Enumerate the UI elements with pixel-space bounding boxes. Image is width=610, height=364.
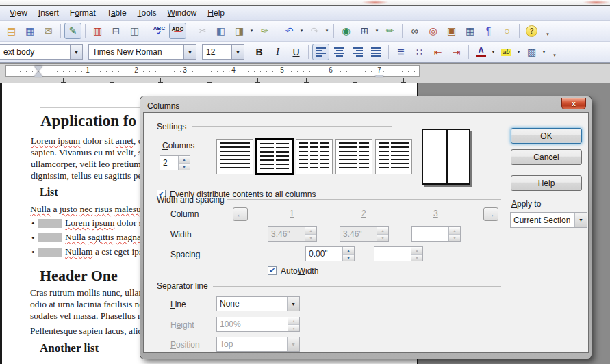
font-size-combo[interactable]: 12 ▼ [202, 44, 244, 60]
edit-file-icon[interactable]: ✎ [64, 23, 81, 39]
autospellcheck-icon[interactable]: ABC~~~ [169, 23, 186, 39]
background-color-icon[interactable]: ▧ [523, 44, 540, 60]
next-column-icon[interactable]: → [483, 207, 498, 221]
toolbar-overflow-icon[interactable]: ▾ [550, 44, 559, 60]
menu-insert[interactable]: Insert [33, 7, 64, 19]
toolbar-overflow-icon[interactable]: ▾ [544, 23, 552, 38]
close-icon[interactable]: x [561, 98, 586, 109]
ruler-number: 2 [132, 66, 140, 75]
column-number-1[interactable]: 1 [290, 209, 294, 218]
hyperlink-icon[interactable]: ◉ [338, 23, 355, 39]
font-color-icon-dropdown[interactable]: ▾ [490, 44, 496, 60]
menu-view[interactable]: View [4, 7, 33, 19]
preset-two-columns[interactable] [256, 139, 293, 174]
width-spacing-group-label: Width and spacing [157, 195, 225, 205]
navigator-icon[interactable]: ◎ [424, 23, 442, 39]
chevron-down-icon[interactable]: ▼ [183, 45, 196, 59]
preset-two-columns-wide-left[interactable] [335, 139, 372, 174]
menu-table[interactable]: Table [101, 7, 132, 19]
columns-preview [422, 129, 470, 185]
font-name-combo[interactable]: Times New Roman ▼ [88, 44, 196, 60]
spacing-1-value: 0.00" [309, 249, 328, 259]
export-pdf-icon[interactable]: ▥ [89, 23, 106, 39]
toolbar-separator [190, 24, 190, 38]
ok-button[interactable]: OK [511, 128, 582, 144]
toolbar-separator [388, 45, 389, 59]
table-icon[interactable]: ⊞ [356, 23, 373, 39]
copy-icon[interactable]: ◧ [212, 23, 229, 39]
save-icon[interactable]: ▦ [21, 23, 38, 39]
page-preview-icon[interactable]: ◫ [126, 23, 143, 39]
spacing-1-spinner[interactable]: 0.00" ▴▾ [305, 246, 355, 261]
horizontal-ruler[interactable]: 1234567 [0, 64, 610, 83]
first-line-indent-marker[interactable] [34, 66, 42, 71]
spinner-arrows-icon[interactable]: ▴▾ [342, 247, 354, 261]
chevron-down-icon[interactable]: ▼ [287, 297, 299, 311]
align-left-icon[interactable] [312, 44, 329, 60]
increase-indent-icon[interactable]: ⇥ [448, 44, 465, 60]
spinner-arrows-icon: ▴▾ [288, 317, 299, 331]
columns-count-spinner[interactable]: 2 ▴▾ [160, 155, 190, 170]
chevron-down-icon[interactable]: ▼ [231, 45, 244, 59]
autowidth-checkbox[interactable]: ✔ [268, 266, 277, 275]
titlebar-artifact [583, 0, 610, 5]
spinner-arrows-icon[interactable]: ▴▾ [178, 156, 190, 170]
menu-window[interactable]: Window [162, 7, 203, 19]
dialog-titlebar[interactable]: Columns x [143, 99, 589, 112]
format-paintbrush-icon[interactable]: ✑ [256, 23, 273, 39]
line-style-dropdown[interactable]: None ▼ [216, 296, 300, 311]
menu-bar: ViewInsertFormatTableToolsWindowHelp [0, 6, 610, 21]
check-icon: ✔ [269, 267, 275, 274]
preset-one-column[interactable] [216, 139, 253, 174]
align-center-icon[interactable] [331, 44, 348, 60]
undo-icon[interactable]: ↶ [281, 23, 298, 39]
draw-functions-icon[interactable]: ✏ [381, 23, 398, 39]
numbered-list-icon[interactable]: ≣ [392, 44, 409, 60]
print-icon[interactable]: ⊟ [107, 23, 125, 39]
ruler-number: 5 [278, 66, 286, 75]
spellcheck-icon[interactable]: ABC✔ [151, 23, 168, 39]
paste-icon[interactable]: ◨ [231, 23, 248, 39]
chevron-down-icon[interactable]: ▼ [70, 45, 82, 59]
preset-three-columns[interactable] [296, 139, 333, 174]
help-button[interactable]: Help [511, 175, 582, 191]
highlighting-icon-dropdown[interactable]: ▾ [516, 44, 522, 60]
email-icon[interactable]: ✉ [40, 23, 57, 39]
open-icon[interactable]: ▤ [3, 23, 20, 39]
left-indent-marker[interactable] [34, 71, 42, 77]
menu-format[interactable]: Format [64, 7, 101, 19]
previous-column-icon[interactable]: ← [233, 207, 248, 221]
tab-stop-marker [304, 78, 309, 83]
align-right-icon[interactable] [349, 44, 366, 60]
help-icon[interactable]: ? [523, 23, 540, 39]
gallery-icon[interactable]: ▣ [443, 23, 460, 39]
font-name-value: Times New Roman [89, 47, 183, 57]
underline-icon[interactable]: U [288, 44, 305, 60]
chevron-down-icon[interactable]: ▼ [574, 213, 587, 227]
find-replace-icon[interactable]: ∞ [406, 23, 423, 39]
spacing-2-spinner[interactable]: ▴▾ [374, 246, 423, 261]
align-justify-icon[interactable] [368, 44, 385, 60]
paste-icon-dropdown[interactable]: ▾ [249, 23, 255, 38]
apply-to-dropdown[interactable]: Current Section ▼ [510, 212, 587, 228]
background-color-icon-dropdown[interactable]: ▾ [541, 44, 547, 60]
bold-icon[interactable]: B [251, 44, 268, 60]
data-sources-icon[interactable]: ▦ [461, 23, 479, 39]
paragraph-style-combo[interactable]: ext body ▼ [0, 44, 83, 60]
zoom-icon[interactable]: ○ [498, 23, 516, 39]
preset-two-columns-wide-right[interactable] [375, 139, 412, 174]
column-number-3[interactable]: 3 [433, 209, 438, 218]
bullet-list-icon[interactable]: ∷ [411, 44, 428, 60]
menu-tools[interactable]: Tools [132, 7, 162, 19]
table-icon-dropdown[interactable]: ▾ [374, 23, 380, 38]
column-number-2[interactable]: 2 [361, 209, 366, 218]
italic-icon[interactable]: I [269, 44, 286, 60]
highlighting-icon[interactable]: ab [498, 44, 515, 60]
formatting-marks-icon[interactable]: ¶ [480, 23, 497, 39]
font-color-icon[interactable]: A [472, 44, 490, 60]
menu-help[interactable]: Help [202, 7, 230, 19]
undo-icon-dropdown[interactable]: ▾ [298, 23, 305, 38]
decrease-indent-icon[interactable]: ⇤ [429, 44, 446, 60]
columns-count-value: 2 [163, 158, 168, 168]
cancel-button[interactable]: Cancel [511, 149, 582, 165]
